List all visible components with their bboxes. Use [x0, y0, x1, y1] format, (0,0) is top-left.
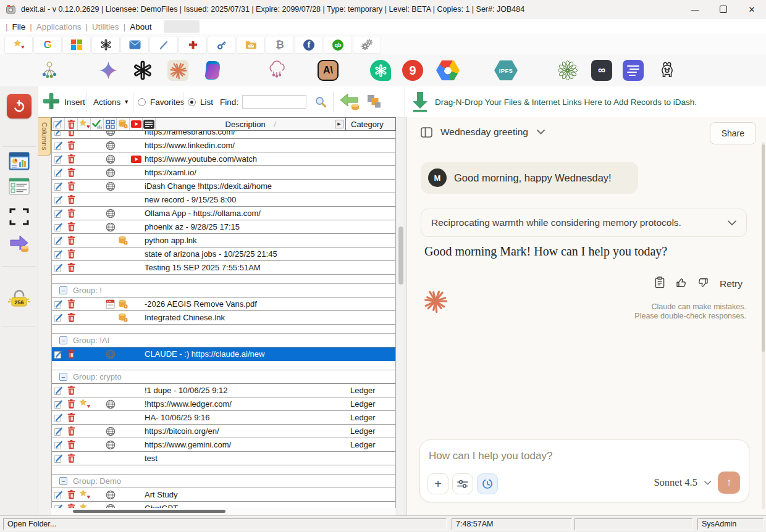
collapse-group-icon[interactable]: −: [59, 286, 67, 294]
table-row[interactable]: ★♥ChatGPT: [52, 502, 395, 508]
edit-icon[interactable]: [52, 386, 65, 396]
table-row[interactable]: -2026 AEGIS Remove Vans.pdf: [52, 297, 395, 311]
group-row[interactable]: −Group: !AI: [52, 334, 395, 347]
ipfs-icon[interactable]: IPFS: [494, 60, 518, 81]
table-row[interactable]: python app.lnk: [52, 234, 395, 247]
header-youtube-icon[interactable]: [130, 118, 143, 130]
edit-icon[interactable]: [52, 313, 65, 323]
header-barcode-icon[interactable]: [143, 118, 156, 130]
trash-icon[interactable]: [65, 349, 78, 359]
table-row[interactable]: HA- 10/06/25 9:16Ledger: [52, 411, 395, 425]
restore-record-button[interactable]: [339, 86, 360, 117]
columns-tab[interactable]: Columns: [38, 117, 51, 156]
group-row[interactable]: −Group: !: [52, 284, 395, 297]
menu-item-utilities[interactable]: |Utilities: [84, 22, 119, 31]
thumbs-up-icon[interactable]: [675, 277, 687, 291]
trash-icon[interactable]: [65, 454, 78, 463]
insert-button[interactable]: Insert: [42, 86, 85, 117]
table-row[interactable]: Ollama App - https://ollama.com/: [52, 207, 395, 220]
attach-button[interactable]: +: [427, 473, 448, 494]
thumbs-down-icon[interactable]: [697, 277, 709, 291]
sidebar-toggle-icon[interactable]: [421, 127, 432, 140]
header-edit-icon[interactable]: [52, 118, 65, 130]
trash-icon[interactable]: [65, 222, 78, 231]
edit-icon[interactable]: [52, 349, 65, 359]
grid-vscroll-thumb[interactable]: [398, 227, 403, 285]
description-column-header[interactable]: Description/▶: [156, 118, 345, 130]
trash-icon[interactable]: [65, 386, 78, 395]
header-trash-icon[interactable]: [65, 118, 78, 130]
favorites-radio-circle[interactable]: [138, 98, 146, 106]
retry-button[interactable]: Retry: [720, 278, 743, 289]
table-row[interactable]: ★♥!https://www.ledger.com/Ledger: [52, 397, 395, 411]
collapse-group-icon[interactable]: −: [59, 336, 67, 344]
header-folder-gear-icon[interactable]: [117, 118, 130, 130]
claude-icon[interactable]: [167, 60, 188, 81]
collapse-group-icon[interactable]: −: [59, 373, 67, 381]
header-star-heart-icon[interactable]: ★♥: [78, 118, 91, 130]
edit-icon[interactable]: [52, 195, 65, 205]
edit-icon[interactable]: [52, 249, 65, 259]
menu-blank-button[interactable]: [164, 20, 200, 33]
table-row[interactable]: test: [52, 452, 395, 465]
gemini-icon[interactable]: [98, 60, 119, 81]
ollama-icon[interactable]: [659, 60, 676, 80]
group-row[interactable]: −Group: crypto: [52, 370, 395, 384]
edit-icon[interactable]: [52, 236, 65, 246]
grid-hscroll-thumb[interactable]: [73, 510, 225, 513]
chat-scrollbar-thumb[interactable]: [762, 144, 765, 352]
edit-icon[interactable]: [52, 399, 65, 409]
table-row[interactable]: CLAUDE - :) https://claude.ai/new: [52, 347, 395, 361]
sidebar-records-list-button[interactable]: [6, 178, 32, 195]
trash-icon[interactable]: [65, 490, 78, 499]
chatgpt-icon[interactable]: [370, 60, 391, 81]
sidebar-power-button[interactable]: [6, 94, 32, 118]
send-button[interactable]: ↑: [718, 472, 740, 494]
table-row[interactable]: new record - 9/15/25 8:00: [52, 193, 395, 207]
nine-icon[interactable]: 9: [402, 60, 423, 81]
edit-icon[interactable]: [52, 504, 65, 509]
message-input-card[interactable]: How can I help you today? + Sonnet 4.5 ↑: [419, 439, 749, 502]
table-row[interactable]: iDash Change !https://dexit.ai/home: [52, 180, 395, 193]
folder-mail-icon[interactable]: [237, 36, 265, 54]
trash-icon[interactable]: [65, 426, 78, 436]
menu-item-about[interactable]: |About: [122, 22, 152, 31]
table-row[interactable]: !1 dupe - 10/06/25 9:12Ledger: [52, 384, 395, 397]
dexit-keys-icon[interactable]: [39, 60, 60, 81]
copy-records-button[interactable]: [366, 86, 382, 117]
trash-icon[interactable]: [65, 263, 78, 272]
star-heart-icon[interactable]: ★♥: [4, 36, 33, 54]
trash-icon[interactable]: [65, 181, 78, 191]
openai-icon[interactable]: [91, 36, 120, 54]
group-row[interactable]: −Group: Demo: [52, 475, 395, 488]
google-cloud-icon[interactable]: [436, 60, 460, 81]
facebook-icon[interactable]: f: [295, 36, 323, 54]
edit-icon[interactable]: [52, 454, 65, 463]
grid-vertical-scrollbar[interactable]: [397, 117, 405, 515]
list-radio-circle[interactable]: [188, 98, 196, 106]
anthropic-ai-icon[interactable]: A\: [318, 60, 339, 81]
sidebar-import-arrow-button[interactable]: [6, 233, 32, 253]
minimize-button[interactable]: —: [681, 0, 709, 19]
close-button[interactable]: ✕: [738, 0, 766, 19]
copilot-icon[interactable]: [202, 60, 224, 81]
header-check-icon[interactable]: [91, 118, 104, 130]
table-row[interactable]: state of arizona jobs - 10/25/25 21:45: [52, 247, 395, 261]
favorites-radio[interactable]: Favorites: [138, 86, 185, 117]
gears-icon[interactable]: [353, 36, 381, 54]
sidebar-encrypt-256-button[interactable]: 256: [6, 287, 32, 312]
sidebar-dashboard-button[interactable]: [6, 152, 32, 170]
table-row[interactable]: https://www.linkedin.com/: [52, 139, 395, 152]
thinking-summary-toggle[interactable]: Reciprocating warmth while considering m…: [421, 209, 747, 237]
google-icon[interactable]: G: [33, 36, 62, 54]
edit-icon[interactable]: [52, 413, 65, 423]
trash-icon[interactable]: [65, 249, 78, 259]
edit-icon[interactable]: [52, 263, 65, 273]
grid-horizontal-scrollbar[interactable]: [51, 508, 396, 515]
table-row[interactable]: Integrated Chinese.lnk: [52, 311, 395, 325]
sidebar-screen-capture-button[interactable]: [6, 207, 32, 226]
edit-icon[interactable]: [52, 222, 65, 232]
message-input-placeholder[interactable]: How can I help you today?: [429, 450, 552, 462]
edit-icon[interactable]: [52, 181, 65, 191]
edit-icon[interactable]: [52, 426, 65, 436]
